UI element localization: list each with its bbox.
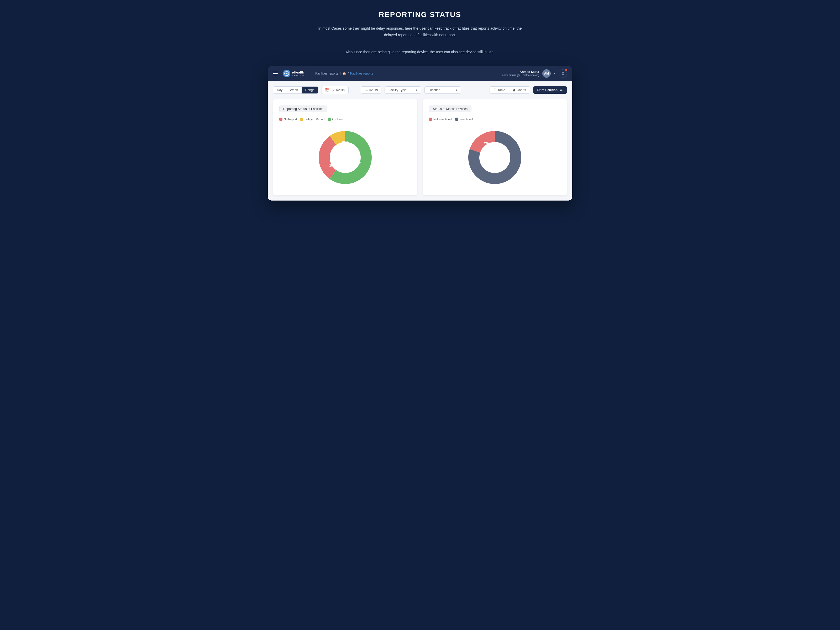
- date-from-value: 12/1/2019: [331, 88, 345, 92]
- table-label: Table: [498, 88, 505, 92]
- on-time-label: On Time: [332, 118, 343, 121]
- user-email: ahmedmusa@eHealthafrica.org: [502, 74, 539, 77]
- svg-text:60%: 60%: [354, 161, 361, 165]
- not-functional-dot: [429, 118, 432, 121]
- page-description-1: In most Cases some their might be delay …: [317, 25, 523, 38]
- logo-text-sub: AFRICA: [292, 74, 305, 77]
- breadcrumb-separator: |: [340, 72, 341, 75]
- breadcrumb: Facilities reports | 🏠 / Facilities repo…: [315, 72, 497, 75]
- facility-type-label: Facility Type: [388, 88, 406, 92]
- table-view-button[interactable]: ☰ Table: [490, 87, 509, 93]
- page-description-2: Also since then are being give the repor…: [346, 49, 494, 55]
- logo-icon: [283, 70, 291, 77]
- date-to-picker[interactable]: 12/1/2019: [361, 86, 381, 94]
- facility-chart-card: Reporting Status of Facilities No Report…: [273, 99, 417, 195]
- legend-functional: Functional: [455, 118, 473, 121]
- facility-type-chevron-icon: ▾: [416, 88, 417, 92]
- avatar[interactable]: AM: [542, 69, 551, 78]
- functional-label: Functional: [459, 118, 473, 121]
- settings-button[interactable]: ⚙: [559, 69, 567, 78]
- range-button[interactable]: Range: [302, 87, 318, 93]
- facility-legend: No Report Delayed Report On Time: [279, 118, 411, 121]
- date-from-picker[interactable]: 📅 12/1/2019: [322, 86, 348, 94]
- device-legend: Not Functional Functional: [429, 118, 561, 121]
- user-info: Ahmed Musa ahmedmusa@eHealthafrica.org: [502, 70, 539, 77]
- svg-text:80%: 80%: [494, 167, 501, 171]
- hamburger-menu[interactable]: [273, 72, 278, 75]
- date-arrow-icon: →: [353, 88, 357, 92]
- legend-not-functional: Not Functional: [429, 118, 452, 121]
- calendar-icon: 📅: [325, 88, 330, 92]
- functional-dot: [455, 118, 458, 121]
- period-selector: Day Week Range: [273, 86, 318, 94]
- charts-row: Reporting Status of Facilities No Report…: [273, 99, 567, 195]
- breadcrumb-current: Facilities reports: [350, 72, 373, 75]
- nav-link[interactable]: Facilities reports: [315, 72, 338, 75]
- navbar: eHealth AFRICA Facilities reports | 🏠 / …: [268, 66, 572, 81]
- facility-donut-chart: 60% 30% 10%: [279, 126, 411, 189]
- legend-no-report: No Report: [279, 118, 297, 121]
- svg-point-1: [286, 73, 287, 74]
- date-to-value: 12/1/2019: [364, 88, 378, 92]
- toolbar: Day Week Range 📅 12/1/2019 → 12/1/2019 F…: [273, 86, 567, 94]
- facility-type-dropdown[interactable]: Facility Type ▾: [385, 86, 421, 94]
- svg-text:20%: 20%: [484, 141, 491, 145]
- not-functional-label: Not Functional: [433, 118, 452, 121]
- charts-icon: ◕: [513, 88, 515, 92]
- delayed-report-dot: [300, 118, 303, 121]
- breadcrumb-home-icon: 🏠: [342, 72, 346, 75]
- no-report-label: No Report: [284, 118, 297, 121]
- user-name: Ahmed Musa: [502, 70, 539, 74]
- print-label: Print Selction: [537, 88, 557, 92]
- delayed-report-label: Delayed Report: [305, 118, 324, 121]
- user-chevron-icon[interactable]: ▾: [554, 72, 556, 75]
- legend-delayed-report: Delayed Report: [300, 118, 324, 121]
- facility-donut-svg: 60% 30% 10%: [316, 129, 374, 186]
- svg-text:10%: 10%: [341, 140, 348, 144]
- legend-on-time: On Time: [328, 118, 343, 121]
- device-chart-card: Status of Mobile Devices Not Functional …: [423, 99, 567, 195]
- facility-chart-title: Reporting Status of Facilities: [279, 106, 327, 112]
- settings-badge: [565, 69, 567, 71]
- breadcrumb-separator-slash: /: [348, 72, 349, 75]
- day-button[interactable]: Day: [273, 87, 286, 93]
- content-area: Day Week Range 📅 12/1/2019 → 12/1/2019 F…: [268, 81, 572, 201]
- device-donut-chart: 80% 20%: [429, 126, 561, 189]
- view-toggle: ☰ Table ◕ Charts: [489, 86, 530, 94]
- svg-point-5: [330, 142, 360, 173]
- on-time-dot: [328, 118, 331, 121]
- device-donut-svg: 80% 20%: [466, 129, 524, 186]
- settings-icon: ⚙: [561, 71, 565, 76]
- location-label: Location: [428, 88, 440, 92]
- brand-logo: eHealth AFRICA: [283, 70, 305, 77]
- no-report-dot: [279, 118, 283, 121]
- charts-view-button[interactable]: ◕ Charts: [509, 87, 529, 93]
- device-chart-title: Status of Mobile Devices: [429, 106, 471, 112]
- nav-right: Ahmed Musa ahmedmusa@eHealthafrica.org A…: [502, 69, 567, 78]
- page-title: REPORTING STATUS: [379, 11, 461, 19]
- week-button[interactable]: Week: [286, 87, 302, 93]
- svg-text:30%: 30%: [329, 164, 336, 167]
- logo-text-main: eHealth: [292, 70, 305, 74]
- location-dropdown[interactable]: Location ▾: [425, 86, 461, 94]
- print-icon: 🖨: [560, 88, 563, 92]
- table-icon: ☰: [494, 88, 496, 92]
- charts-label: Charts: [516, 88, 526, 92]
- location-chevron-icon: ▾: [456, 88, 457, 92]
- print-button[interactable]: Print Selction 🖨: [533, 86, 567, 94]
- app-window: eHealth AFRICA Facilities reports | 🏠 / …: [268, 66, 572, 201]
